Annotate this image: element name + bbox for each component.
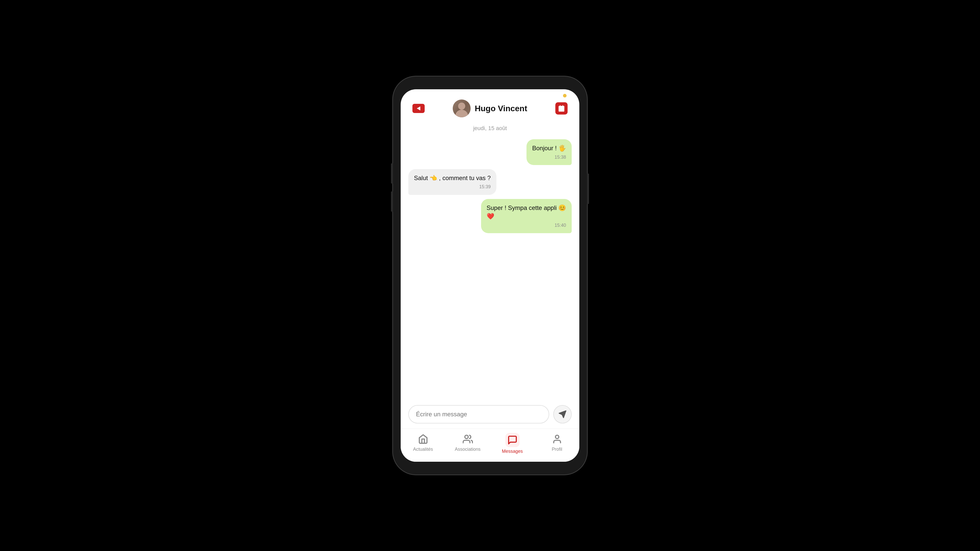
message-time: 15:39 <box>414 184 491 190</box>
nav-item-associations[interactable]: Associations <box>445 433 490 454</box>
svg-point-4 <box>465 435 468 438</box>
header-user-info: Hugo Vincent <box>426 100 554 118</box>
back-icon <box>412 104 425 113</box>
person-icon <box>551 433 563 445</box>
home-icon <box>417 433 429 445</box>
message-bubble: Super ! Sympa cette appli 😊❤️ 15:40 <box>481 199 572 233</box>
bottom-nav: Actualités Associations <box>401 429 579 462</box>
power-button[interactable] <box>587 173 589 204</box>
message-input[interactable] <box>408 405 549 424</box>
svg-point-5 <box>555 435 558 438</box>
contact-name: Hugo Vincent <box>475 104 527 113</box>
svg-rect-0 <box>558 106 565 112</box>
chat-icon <box>505 433 520 447</box>
volume-up-button[interactable] <box>391 163 393 184</box>
volume-down-button[interactable] <box>391 191 393 212</box>
nav-label-actualites: Actualités <box>413 447 433 452</box>
message-text: Super ! Sympa cette appli 😊❤️ <box>487 203 566 221</box>
message-text: Bonjour ! 🖐 <box>532 144 566 152</box>
nav-label-associations: Associations <box>455 447 480 452</box>
nav-item-profil[interactable]: Profil <box>535 433 579 454</box>
message-bubble: Salut 👈 , comment tu vas ? 15:39 <box>408 169 496 195</box>
message-bubble: Bonjour ! 🖐 15:38 <box>527 139 572 165</box>
nav-item-actualites[interactable]: Actualités <box>401 433 445 454</box>
phone-frame: Hugo Vincent jeudi, 15 août Bonjour ! � <box>393 76 587 475</box>
date-separator: jeudi, 15 août <box>401 122 579 137</box>
status-indicator <box>563 94 566 97</box>
nav-label-profil: Profil <box>552 447 562 452</box>
back-button[interactable] <box>411 102 426 115</box>
input-area <box>401 400 579 429</box>
calendar-button[interactable] <box>554 102 569 115</box>
people-icon <box>462 433 474 445</box>
send-button[interactable] <box>553 405 572 424</box>
calendar-icon <box>555 102 568 114</box>
message-time: 15:38 <box>532 154 566 160</box>
avatar <box>453 100 471 118</box>
messages-area: Bonjour ! 🖐 15:38 Salut 👈 , comment tu v… <box>401 137 579 400</box>
nav-item-messages[interactable]: Messages <box>490 433 535 454</box>
message-time: 15:40 <box>487 222 566 229</box>
phone-screen: Hugo Vincent jeudi, 15 août Bonjour ! � <box>401 89 579 462</box>
message-text: Salut 👈 , comment tu vas ? <box>414 174 491 183</box>
chat-header: Hugo Vincent <box>401 89 579 122</box>
avatar-image <box>453 100 471 118</box>
nav-label-messages: Messages <box>502 449 523 454</box>
